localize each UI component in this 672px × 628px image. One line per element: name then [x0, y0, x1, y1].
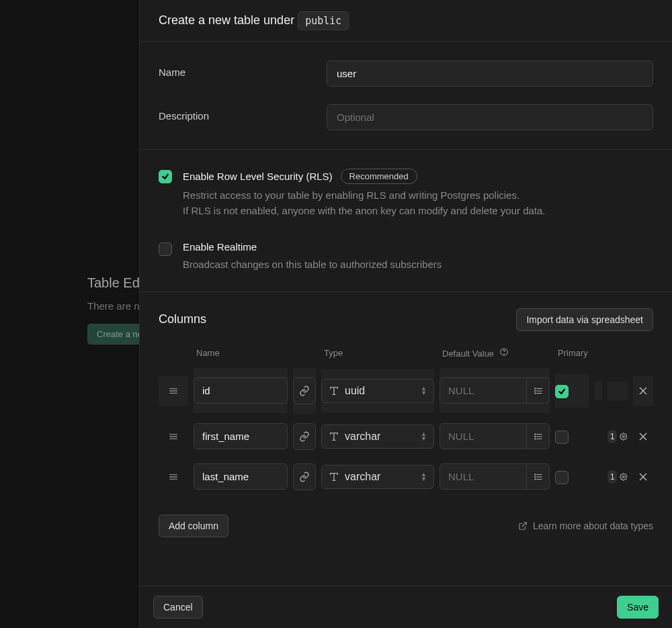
- default-value-menu-button[interactable]: [526, 424, 549, 449]
- create-table-panel: Create a new table under public Name Des…: [139, 0, 672, 628]
- svg-point-23: [534, 433, 535, 434]
- remove-column-button[interactable]: [633, 427, 653, 446]
- chevron-updown-icon: ▲▼: [421, 386, 427, 395]
- panel-title: Create a new table under: [159, 13, 294, 27]
- column-settings-button[interactable]: 1: [607, 466, 628, 488]
- svg-point-11: [534, 390, 535, 391]
- column-type-select[interactable]: uuid▲▼: [321, 379, 434, 403]
- drag-handle-icon[interactable]: [159, 422, 188, 451]
- svg-point-39: [534, 478, 535, 479]
- column-name-input[interactable]: [194, 423, 288, 449]
- col-head-type: Type: [321, 344, 434, 362]
- settings-count-badge: 1: [607, 430, 617, 443]
- default-value-input[interactable]: [440, 424, 526, 449]
- column-type-value: varchar: [345, 431, 380, 443]
- import-spreadsheet-button[interactable]: Import data via spreadsheet: [516, 308, 653, 331]
- column-settings-button[interactable]: 1: [607, 426, 628, 447]
- col-head-name: Name: [194, 344, 288, 362]
- remove-column-button[interactable]: [633, 467, 653, 486]
- svg-point-12: [534, 392, 535, 393]
- name-input[interactable]: [327, 60, 653, 87]
- description-label: Description: [159, 104, 306, 122]
- description-input[interactable]: [327, 104, 653, 130]
- column-type-select[interactable]: varchar▲▼: [321, 424, 434, 449]
- columns-title: Columns: [159, 312, 206, 326]
- type-icon: [329, 431, 339, 442]
- primary-key-checkbox[interactable]: [555, 471, 569, 484]
- column-type-value: varchar: [345, 471, 380, 483]
- settings-count-badge: 1: [607, 470, 617, 484]
- svg-point-37: [534, 474, 535, 474]
- column-name-input[interactable]: [194, 377, 288, 404]
- help-icon[interactable]: [499, 347, 509, 357]
- type-icon: [329, 472, 339, 482]
- svg-point-10: [534, 388, 535, 388]
- realtime-title: Enable Realtime: [183, 241, 257, 253]
- remove-column-button[interactable]: [633, 376, 653, 406]
- default-value-menu-button[interactable]: [526, 378, 549, 403]
- svg-point-26: [623, 435, 625, 437]
- type-icon: [329, 386, 339, 396]
- chevron-updown-icon: ▲▼: [421, 432, 427, 441]
- link-foreign-key-button[interactable]: [293, 377, 316, 404]
- primary-key-checkbox[interactable]: [555, 385, 569, 398]
- realtime-desc: Broadcast changes on this table to autho…: [183, 257, 653, 273]
- default-value-input[interactable]: [440, 378, 526, 403]
- rls-desc-1: Restrict access to your table by enablin…: [183, 188, 653, 204]
- col-head-primary: Primary: [555, 344, 589, 362]
- drag-handle-icon[interactable]: [159, 376, 188, 406]
- name-label: Name: [159, 60, 306, 78]
- panel-header: Create a new table under public: [140, 0, 672, 42]
- save-button[interactable]: Save: [617, 596, 659, 619]
- link-foreign-key-button[interactable]: [293, 423, 316, 450]
- svg-point-24: [534, 436, 535, 437]
- external-link-icon: [518, 521, 528, 531]
- column-type-select[interactable]: varchar▲▼: [321, 465, 434, 489]
- learn-more-link[interactable]: Learn more about data types: [518, 521, 653, 531]
- rls-desc-2: If RLS is not enabled, anyone with the a…: [183, 204, 653, 219]
- add-column-button[interactable]: Add column: [159, 514, 228, 537]
- schema-chip: public: [298, 11, 349, 30]
- cancel-button[interactable]: Cancel: [153, 596, 203, 619]
- column-name-input[interactable]: [194, 463, 288, 490]
- drag-handle-icon[interactable]: [159, 462, 188, 492]
- rls-title: Enable Row Level Security (RLS): [183, 171, 333, 182]
- rls-checkbox[interactable]: [159, 170, 172, 183]
- default-value-menu-button[interactable]: [526, 464, 549, 489]
- svg-point-38: [534, 476, 535, 477]
- default-value-input[interactable]: [440, 464, 526, 489]
- rls-recommended-badge: Recommended: [341, 169, 417, 184]
- svg-point-25: [534, 438, 535, 439]
- svg-point-1: [503, 353, 504, 354]
- svg-point-40: [623, 476, 625, 478]
- col-head-default: Default Value: [439, 343, 550, 363]
- chevron-updown-icon: ▲▼: [421, 472, 427, 481]
- column-type-value: uuid: [345, 385, 365, 397]
- realtime-checkbox[interactable]: [159, 242, 172, 256]
- column-settings-button[interactable]: [607, 382, 628, 400]
- link-foreign-key-button[interactable]: [293, 463, 316, 490]
- svg-line-43: [522, 522, 526, 526]
- primary-key-checkbox[interactable]: [555, 431, 569, 444]
